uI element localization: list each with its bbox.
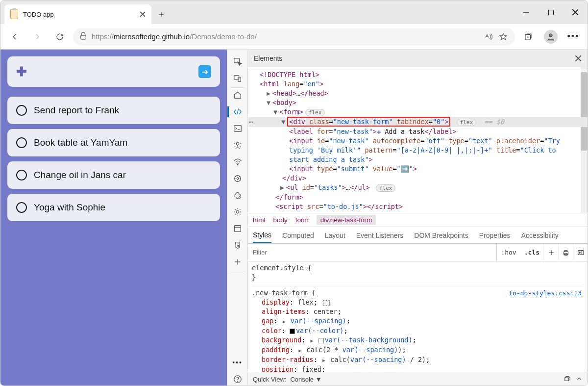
svg-point-10 bbox=[237, 164, 238, 165]
refresh-button[interactable] bbox=[50, 27, 69, 46]
maximize-button[interactable] bbox=[539, 2, 563, 22]
breadcrumb-item[interactable]: body bbox=[273, 216, 288, 224]
css-declaration[interactable]: background: ▶ var(--task-background); bbox=[252, 335, 584, 345]
circle-icon[interactable] bbox=[16, 105, 27, 116]
url-text: https://microsoftedge.github.io/Demos/de… bbox=[92, 32, 479, 41]
read-aloud-icon[interactable] bbox=[484, 32, 493, 42]
new-tab-button[interactable]: ＋ bbox=[151, 4, 171, 24]
more-tools-icon[interactable]: ••• bbox=[229, 355, 246, 370]
circle-icon[interactable] bbox=[16, 137, 27, 148]
tab-properties[interactable]: Properties bbox=[479, 229, 511, 242]
css-overview-icon[interactable] bbox=[229, 238, 246, 253]
browser-tab[interactable]: TODO app bbox=[4, 4, 151, 24]
toggle-sidebar-icon[interactable] bbox=[573, 244, 588, 261]
task-item[interactable]: Yoga with Sophie bbox=[7, 194, 220, 221]
clipboard-icon bbox=[10, 9, 18, 19]
new-style-rule-icon[interactable] bbox=[543, 244, 558, 261]
style-rule: element.style { } bbox=[252, 263, 584, 286]
tab-styles[interactable]: Styles bbox=[253, 228, 271, 243]
css-declaration[interactable]: position: fixed; bbox=[252, 365, 584, 372]
svg-point-9 bbox=[236, 143, 239, 145]
quickview-value[interactable]: Console ▼ bbox=[290, 376, 321, 383]
css-declaration[interactable]: align-items: center; bbox=[252, 307, 584, 316]
tab-dom-breakpoints[interactable]: DOM Breakpoints bbox=[414, 229, 468, 242]
close-window-button[interactable] bbox=[563, 2, 588, 22]
scrollbar[interactable] bbox=[581, 67, 588, 213]
minimize-button[interactable] bbox=[514, 2, 539, 22]
svg-rect-20 bbox=[578, 250, 583, 255]
performance-icon[interactable] bbox=[229, 171, 246, 186]
task-item[interactable]: Change oil in Jans car bbox=[7, 161, 220, 189]
address-bar[interactable]: https://microsoftedge.github.io/Demos/de… bbox=[73, 28, 515, 46]
svg-rect-18 bbox=[564, 250, 567, 252]
hov-toggle[interactable]: :hov bbox=[497, 244, 520, 261]
styles-tabs: Styles Computed Layout Event Listeners D… bbox=[248, 227, 588, 244]
panel-title: Elements bbox=[254, 54, 282, 62]
tab-event-listeners[interactable]: Event Listeners bbox=[356, 229, 404, 242]
application-icon[interactable] bbox=[229, 221, 246, 236]
styles-filter-input[interactable] bbox=[248, 244, 497, 261]
breadcrumb-item-selected[interactable]: div.new-task-form bbox=[317, 215, 376, 225]
svg-rect-14 bbox=[234, 226, 241, 232]
task-item[interactable]: Send report to Frank bbox=[7, 97, 220, 124]
stylesheet-link[interactable]: to-do-styles.css:13 bbox=[509, 288, 582, 298]
profile-avatar[interactable] bbox=[541, 27, 560, 46]
back-button[interactable] bbox=[5, 27, 24, 46]
sources-icon[interactable] bbox=[229, 138, 246, 153]
css-declaration[interactable]: border-radius: ▶ calc(var(--spacing) / 2… bbox=[252, 355, 584, 365]
window-controls bbox=[514, 2, 588, 22]
memory-icon[interactable] bbox=[229, 188, 246, 203]
lock-icon bbox=[80, 32, 87, 41]
menu-button[interactable]: ••• bbox=[564, 27, 583, 46]
css-declaration[interactable]: color: var(--color); bbox=[252, 326, 584, 335]
inspect-icon[interactable] bbox=[229, 54, 246, 69]
styles-pane[interactable]: element.style { } to-do-styles.css:13 .n… bbox=[248, 261, 588, 372]
task-label: Change oil in Jans car bbox=[34, 170, 126, 180]
dom-tree[interactable]: <!DOCTYPE html> <html lang="en"> ▶<head>… bbox=[248, 67, 588, 213]
device-toolbar-icon[interactable] bbox=[229, 71, 246, 86]
close-icon[interactable] bbox=[140, 11, 146, 17]
css-declaration[interactable]: padding: ▶ calc(2 * var(--spacing)); bbox=[252, 345, 584, 355]
new-task-form[interactable]: ✚ ➔ bbox=[7, 56, 220, 87]
forward-button[interactable] bbox=[28, 27, 47, 46]
close-icon[interactable] bbox=[575, 55, 582, 62]
breadcrumb-item[interactable]: html bbox=[253, 216, 266, 224]
help-icon[interactable] bbox=[229, 372, 246, 386]
console-icon[interactable] bbox=[229, 121, 246, 136]
elements-icon[interactable] bbox=[229, 104, 246, 119]
task-label: Yoga with Sophie bbox=[34, 202, 105, 213]
tab-accessibility[interactable]: Accessibility bbox=[521, 229, 559, 242]
breadcrumb-item[interactable]: form bbox=[295, 216, 309, 224]
network-icon[interactable] bbox=[229, 154, 246, 169]
issues-icon[interactable] bbox=[564, 375, 571, 384]
style-rule: to-do-styles.css:13 .new-task-form { dis… bbox=[252, 288, 584, 372]
tab-layout[interactable]: Layout bbox=[325, 229, 345, 242]
collections-icon[interactable] bbox=[519, 27, 538, 46]
circle-icon[interactable] bbox=[16, 202, 27, 213]
svg-point-4 bbox=[549, 34, 552, 37]
plus-icon: ✚ bbox=[16, 64, 27, 79]
submit-arrow-icon[interactable]: ➔ bbox=[198, 65, 211, 78]
css-declaration[interactable]: gap: ▶ var(--spacing); bbox=[252, 316, 584, 326]
tab-title: TODO app bbox=[23, 11, 135, 18]
devtools-panel-header: Elements bbox=[248, 50, 588, 67]
task-label: Send report to Frank bbox=[34, 105, 119, 116]
chevron-up-icon[interactable] bbox=[576, 375, 583, 384]
add-tool-icon[interactable] bbox=[229, 255, 246, 269]
cls-toggle[interactable]: .cls bbox=[520, 244, 543, 261]
settings-icon[interactable] bbox=[229, 205, 246, 219]
tab-computed[interactable]: Computed bbox=[282, 229, 314, 242]
svg-point-16 bbox=[237, 381, 238, 382]
print-icon[interactable] bbox=[558, 244, 573, 261]
task-label: Book table at YamYam bbox=[34, 137, 127, 148]
quick-view-bar[interactable]: Quick View: Console ▼ bbox=[248, 372, 588, 386]
window-titlebar: TODO app ＋ bbox=[0, 0, 588, 24]
svg-rect-8 bbox=[234, 126, 241, 132]
circle-icon[interactable] bbox=[16, 170, 27, 180]
svg-rect-1 bbox=[81, 35, 86, 39]
css-declaration[interactable]: display: flex; bbox=[252, 298, 584, 307]
dom-breadcrumb[interactable]: html body form div.new-task-form bbox=[248, 213, 588, 227]
welcome-icon[interactable] bbox=[229, 88, 246, 103]
favorite-icon[interactable]: + bbox=[498, 32, 508, 42]
task-item[interactable]: Book table at YamYam bbox=[7, 129, 220, 156]
